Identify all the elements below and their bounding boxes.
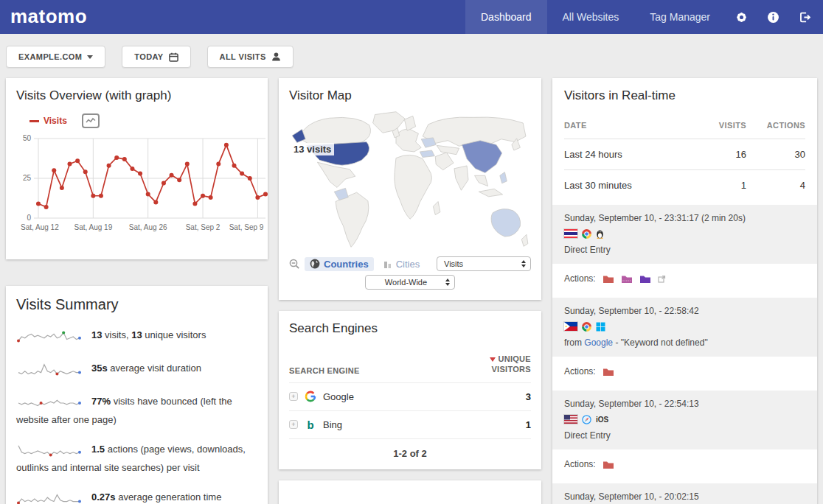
visit-referrer: from Google - "Keyword not defined" [564, 337, 805, 348]
visits-summary-title: Visits Summary [16, 296, 257, 313]
purple-folder-icon[interactable] [639, 274, 651, 284]
site-selector-label: EXAMPLE.COM [18, 52, 82, 61]
visits-sparkline[interactable] [16, 326, 84, 346]
map-new-zealand[interactable] [521, 234, 528, 246]
world-map-svg[interactable] [289, 108, 531, 252]
matomo-logo[interactable]: matomo [0, 0, 147, 34]
map-mexico[interactable] [317, 162, 355, 187]
map-ukraine[interactable] [421, 138, 436, 147]
svg-text:Sat, Aug 26: Sat, Aug 26 [129, 223, 167, 231]
settings-gear-icon[interactable] [726, 0, 757, 34]
dashboard-grid: Visits Overview (with graph) Visits 0255… [0, 77, 823, 504]
expand-row-icon[interactable]: + [289, 392, 298, 401]
map-tab-countries[interactable]: Countries [305, 257, 374, 271]
actions-label: Actions: [564, 366, 596, 377]
map-se-asia[interactable] [475, 175, 488, 186]
visit-icons [564, 321, 805, 332]
engine-name[interactable]: Google [323, 391, 354, 402]
signout-icon[interactable] [789, 0, 823, 34]
site-selector-button[interactable]: EXAMPLE.COM [6, 46, 105, 68]
map-madagascar[interactable] [433, 201, 440, 214]
col-unique-visitors[interactable]: UNIQUEVISITORS [490, 354, 531, 375]
visit-entry: Sunday, September 10, - 22:54:13 iOS Dir… [552, 391, 817, 479]
chart-legend: Visits [29, 113, 257, 128]
us-flag-icon [564, 415, 577, 424]
map-controls: Countries Cities Visits [289, 256, 531, 271]
duration-sparkline[interactable] [16, 359, 84, 379]
map-visits-label: 13 visits [291, 143, 334, 155]
legend-line-swatch [29, 120, 39, 122]
actions-sparkline[interactable] [16, 440, 84, 461]
nav-item-tag-manager[interactable]: Tag Manager [634, 0, 726, 34]
map-region-select[interactable]: World-Wide [365, 275, 455, 290]
map-south-america[interactable] [336, 192, 369, 247]
nav-item-all-websites[interactable]: All Websites [547, 0, 635, 34]
info-icon[interactable] [757, 0, 789, 34]
summary-row-visits: 13 visits, 13 unique visitors [16, 326, 257, 346]
actions-label: Actions: [564, 273, 596, 284]
summary-row-actions: 1.5 actions (page views, downloads, outl… [16, 440, 257, 475]
expand-row-icon[interactable]: + [289, 420, 298, 429]
visit-info: Sunday, September 10, - 22:58:42 from Go… [552, 298, 817, 357]
visit-entry: Sunday, September 10, - 22:58:42 from Go… [552, 298, 817, 386]
period-selector-button[interactable]: TODAY [122, 46, 190, 68]
svg-text:25: 25 [23, 174, 32, 182]
bing-icon: b [305, 419, 316, 431]
red-folder-icon[interactable] [603, 367, 614, 377]
search-engine-row-bing[interactable]: + b Bing 1 [289, 410, 531, 438]
visits-overview-widget: Visits Overview (with graph) Visits 0255… [6, 78, 268, 259]
sort-desc-icon [490, 357, 496, 362]
map-europe[interactable] [396, 129, 421, 152]
linux-os-icon [596, 229, 604, 239]
bounce-sparkline[interactable] [16, 392, 84, 413]
visit-actions: Actions: [552, 449, 817, 479]
realtime-table-header: DATE VISITS ACTIONS [564, 121, 805, 139]
summary-row-generation: 0.27s average generation time [16, 488, 257, 504]
realtime-title: Visitors in Real-time [564, 88, 805, 103]
nav-item-dashboard[interactable]: Dashboard [465, 0, 547, 34]
map-greenland[interactable] [373, 112, 406, 133]
search-engine-row-google[interactable]: + Google 3 [289, 382, 531, 410]
generation-sparkline[interactable] [16, 488, 84, 504]
col-date: DATE [564, 121, 695, 130]
referrer-google-link[interactable]: Google [584, 337, 613, 348]
engine-value: 1 [526, 419, 531, 430]
map-middle-east[interactable] [435, 153, 454, 170]
svg-text:50: 50 [23, 134, 32, 142]
map-africa[interactable] [395, 155, 432, 219]
red-folder-icon[interactable] [603, 460, 614, 469]
map-canada[interactable] [299, 117, 371, 144]
segment-selector-button[interactable]: ALL VISITS [207, 46, 294, 68]
col-search-engine[interactable]: SEARCH ENGINE [289, 366, 360, 375]
visit-entry: Sunday, September 10, - 23:31:17 (2 min … [552, 205, 817, 293]
top-navbar: matomo Dashboard All Websites Tag Manage… [0, 0, 823, 34]
zoom-out-icon[interactable] [289, 259, 300, 270]
external-page-icon[interactable] [658, 275, 666, 283]
world-map[interactable]: 13 visits [289, 108, 531, 255]
map-turkey[interactable] [420, 150, 434, 158]
export-image-icon[interactable] [82, 113, 100, 128]
map-metric-value: Visits [444, 259, 463, 268]
svg-text:Sat, Sep 2: Sat, Sep 2 [186, 223, 220, 231]
column-left: Visits Overview (with graph) Visits 0255… [6, 78, 268, 504]
map-india[interactable] [454, 166, 468, 190]
engine-name[interactable]: Bing [323, 419, 342, 430]
red-folder-icon[interactable] [603, 274, 614, 284]
map-philippines[interactable] [500, 172, 507, 183]
col-visits: VISITS [695, 121, 746, 130]
map-indonesia[interactable] [479, 189, 502, 196]
pink-folder-icon[interactable] [621, 274, 633, 284]
map-australia[interactable] [491, 209, 521, 237]
map-tab-cities[interactable]: Cities [378, 257, 426, 271]
map-china[interactable] [462, 141, 501, 173]
map-metric-select[interactable]: Visits [437, 256, 531, 271]
segment-label: ALL VISITS [220, 52, 266, 61]
visit-datetime: Sunday, September 10, - 23:31:17 (2 min … [564, 213, 805, 223]
visit-icons: iOS [564, 414, 805, 424]
visit-actions: Actions: [552, 264, 817, 293]
visitor-icon [271, 52, 281, 61]
philippines-flag-icon [564, 322, 577, 331]
map-scandinavia[interactable] [404, 116, 415, 130]
map-central-asia[interactable] [437, 145, 459, 154]
legend-label: Visits [44, 116, 67, 126]
